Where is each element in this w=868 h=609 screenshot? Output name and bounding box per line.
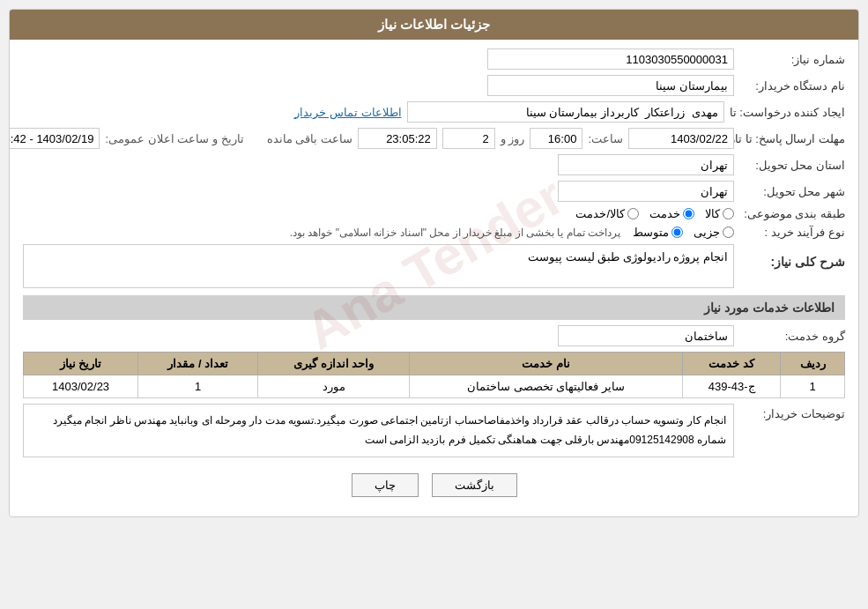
navoe-radio-group: جزیی متوسط [633, 226, 734, 239]
tabaqe-kala-khedmat[interactable]: کالا/خدمت [575, 207, 639, 220]
page-title: جزئیات اطلاعات نیاز [10, 10, 858, 40]
table-row: 1 ج-43-439 سایر فعالیتهای تخصصی ساختمان … [24, 375, 845, 398]
cell-radif: 1 [781, 375, 845, 398]
kala-label: کالا [705, 207, 720, 220]
mohlat-saat-input[interactable] [530, 128, 582, 149]
col-name: نام خدمت [409, 353, 682, 375]
khadamat-header: اطلاعات خدمات مورد نیاز [23, 295, 845, 320]
col-code: کد خدمت [683, 353, 781, 375]
name-dastgah-input[interactable] [487, 75, 734, 96]
ijad-konande-label: ایجاد کننده درخواست: تا [730, 106, 845, 119]
roz-input[interactable] [442, 128, 495, 149]
tabaqe-label: طبقه بندی موضوعی: [739, 207, 845, 220]
tabaqe-khedmat[interactable]: خدمت [649, 207, 694, 220]
shomara-niaz-label: شماره نیاز: [739, 53, 845, 66]
navoe-note: پرداخت تمام یا بخشی از مبلغ خریدار از مح… [290, 227, 620, 239]
ostan-label: استان محل تحویل: [739, 159, 845, 172]
tozihat-label: توضیحات خریدار: [739, 404, 845, 420]
mohlat-label: مهلت ارسال پاسخ: تا تاریخ: [739, 132, 845, 145]
roz-label: روز و [501, 132, 525, 145]
motavaset-label: متوسط [633, 226, 669, 239]
navoe-farayand-label: نوع فرآیند خرید : [739, 226, 845, 239]
tarikh-elan-label: تاریخ و ساعت اعلان عمومی: [105, 132, 243, 145]
saat-label: ساعت: [588, 132, 623, 145]
kala-khedmat-label: کالا/خدمت [575, 207, 625, 220]
tozihat-box[interactable]: انجام کار وتسویه حساب درقالب عقد قرارداد… [23, 404, 734, 457]
mohlat-date-input[interactable] [628, 128, 734, 149]
name-dastgah-label: نام دستگاه خریدار: [739, 79, 845, 93]
baqi-mande-label: ساعت باقی مانده [267, 132, 352, 145]
jozii-label: جزیی [694, 226, 720, 239]
navoe-motavaset[interactable]: متوسط [633, 226, 683, 239]
col-vahed: واحد اندازه گیری [258, 353, 410, 375]
cell-tedad: 1 [138, 375, 258, 398]
shomara-niaz-input[interactable] [487, 48, 734, 70]
col-tedad: تعداد / مقدار [138, 353, 258, 375]
print-button[interactable]: چاپ [352, 473, 419, 497]
col-radif: ردیف [781, 353, 845, 375]
cell-code: ج-43-439 [683, 375, 781, 398]
shahr-input[interactable] [558, 181, 734, 202]
baqi-mande-input[interactable] [358, 128, 437, 149]
sharh-input[interactable]: انجام پروژه رادیولوژی طبق لیست پیوست [23, 244, 734, 288]
goroh-khedmat-input[interactable] [558, 325, 734, 346]
back-button[interactable]: بازگشت [432, 473, 517, 497]
cell-vahed: مورد [258, 375, 410, 398]
services-table: ردیف کد خدمت نام خدمت واحد اندازه گیری ت… [23, 352, 845, 398]
tabaqe-radio-group: کالا خدمت کالا/خدمت [575, 207, 734, 220]
navoe-jozii[interactable]: جزیی [694, 226, 734, 239]
cell-tarikh: 1403/02/23 [24, 375, 138, 398]
tabaqe-kala[interactable]: کالا [705, 207, 734, 220]
ijad-konande-input[interactable] [407, 101, 724, 123]
khedmat-label: خدمت [649, 207, 680, 220]
etelaat-tamas-link[interactable]: اطلاعات تماس خریدار [294, 106, 401, 119]
tarikh-elan-input[interactable] [9, 128, 100, 149]
cell-name: سایر فعالیتهای تخصصی ساختمان [409, 375, 682, 398]
col-tarikh: تاریخ نیاز [24, 353, 138, 375]
button-row: بازگشت چاپ [23, 463, 845, 508]
sharh-label: شرح کلی نیاز: [739, 251, 845, 272]
goroh-khedmat-label: گروه خدمت: [739, 330, 845, 343]
shahr-label: شهر محل تحویل: [739, 185, 845, 198]
ostan-input[interactable] [558, 154, 734, 175]
